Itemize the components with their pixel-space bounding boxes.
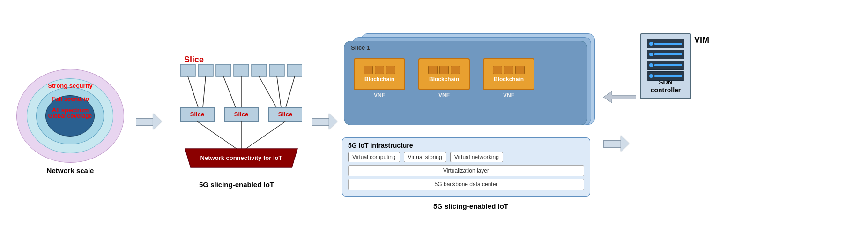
right-panels-row: Slice 3 Slice 2 Slice 1 (342, 33, 709, 210)
network-scale-title: Network scale (47, 167, 94, 175)
vnf-label-1: VNF (374, 92, 385, 99)
back-arrow-svg (603, 91, 636, 103)
arrow3-container (603, 91, 636, 152)
arrow1 (136, 114, 162, 129)
server-dot-3 (649, 63, 653, 67)
ellipse-container: Global coverage Strong security Full sce… (16, 69, 124, 163)
svg-rect-2 (216, 64, 231, 76)
global-coverage-label: Global coverage (48, 113, 92, 119)
strong-security-label: Strong security (48, 82, 92, 89)
iot-virtualization-bar: Virtualization layer (348, 165, 584, 176)
blockchain-block-1: Blockchain VNF (354, 58, 405, 99)
blockchain-label-2: Blockchain (429, 76, 459, 83)
server-unit-1 (647, 39, 684, 48)
arrow1-shape (136, 114, 162, 129)
blockchain-label-1: Blockchain (364, 76, 394, 83)
svg-text:Network connectivity for IoT: Network connectivity for IoT (200, 154, 282, 161)
svg-line-13 (286, 76, 295, 107)
server-bar-4 (654, 75, 682, 77)
sdn-vim-group: SDNcontroller VIM (640, 33, 709, 99)
svg-rect-5 (269, 64, 284, 76)
vnf-label-2: VNF (438, 92, 450, 99)
bc-mini-2 (375, 66, 384, 74)
bc-mini-3 (386, 66, 395, 74)
svg-rect-0 (180, 64, 195, 76)
all-spectrum-label: All spectrum (52, 106, 89, 114)
network-scale-section: Global coverage Strong security Full sce… (9, 69, 131, 175)
iot-infra-chips-row: Virtual computing Virtual storing Virtua… (348, 152, 584, 162)
svg-text:Slice: Slice (278, 111, 292, 118)
blockchain-block-3: Blockchain VNF (483, 58, 534, 99)
svg-line-20 (197, 122, 237, 149)
arrow2-shape (312, 114, 337, 129)
forward-arrow-container (603, 136, 636, 152)
svg-text:Slice: Slice (234, 111, 248, 118)
right-main-section: Slice 3 Slice 2 Slice 1 (342, 33, 709, 210)
svg-rect-3 (234, 64, 249, 76)
svg-marker-25 (603, 91, 636, 103)
bc-mini-6 (451, 66, 460, 74)
svg-rect-6 (287, 64, 302, 76)
svg-rect-1 (198, 64, 213, 76)
iot-infra-card: 5G IoT infrastructure Virtual computing … (342, 137, 590, 197)
iot-backbone-bar: 5G backbone data center (348, 179, 584, 190)
bc-mini-9 (515, 66, 525, 74)
server-bar-3 (654, 64, 682, 66)
bc-mini-1 (364, 66, 373, 74)
svg-rect-4 (252, 64, 267, 76)
bc-mini-4 (428, 66, 438, 74)
blockchain-box-3: Blockchain (483, 58, 534, 90)
iot-chip-networking: Virtual networking (450, 152, 503, 162)
arrow2 (312, 114, 337, 129)
slice-card-1: Slice 1 (344, 41, 587, 125)
iot-chip-storing: Virtual storing (404, 152, 446, 162)
arrow3-shape (603, 136, 629, 152)
svg-text:Slice: Slice (190, 111, 204, 118)
svg-line-9 (223, 76, 236, 107)
iot-infra-title: 5G IoT infrastructure (348, 142, 584, 149)
blockchain-inner-2 (428, 66, 460, 74)
back-arrow-container (603, 91, 636, 103)
blockchain-inner-1 (364, 66, 395, 74)
bc-mini-7 (493, 66, 502, 74)
server-dot-1 (649, 42, 653, 46)
blockchain-row: Blockchain VNF (354, 58, 534, 99)
slice1-label: Slice 1 (351, 44, 370, 51)
vim-label: VIM (694, 35, 709, 45)
server-unit-3 (647, 61, 684, 70)
full-scenario-label: Full scenario (52, 95, 89, 102)
server-bar-1 (654, 43, 682, 45)
server-bar-2 (654, 53, 682, 55)
slices-infra-col: Slice 3 Slice 2 Slice 1 (342, 33, 600, 210)
iot-chip-computing: Virtual computing (348, 152, 400, 162)
bc-mini-5 (439, 66, 449, 74)
server-unit-4 (647, 71, 684, 81)
svg-line-22 (246, 122, 285, 149)
blockchain-label-3: Blockchain (494, 76, 524, 83)
server-unit-2 (647, 50, 684, 59)
blockchain-inner-3 (493, 66, 525, 74)
stacked-slices: Slice 3 Slice 2 Slice 1 (342, 33, 600, 132)
server-dot-2 (649, 53, 653, 56)
svg-line-11 (259, 76, 276, 107)
server-dot-4 (649, 74, 653, 78)
svg-line-7 (188, 76, 198, 107)
svg-line-8 (203, 76, 206, 107)
slicing-bottom-title: 5G slicing-enabled IoT (199, 181, 274, 189)
slice-svg: Slice Slice Slice Network connectivity f… (171, 55, 302, 177)
sdn-server-visual (647, 39, 684, 81)
svg-line-12 (277, 76, 281, 107)
blockchain-block-2: Blockchain VNF (418, 58, 470, 99)
sdn-section: SDNcontroller VIM (640, 33, 709, 99)
diagram-container: Global coverage Strong security Full sce… (0, 0, 868, 243)
bc-mini-8 (504, 66, 513, 74)
right-bottom-title: 5G slicing-enabled IoT (342, 202, 600, 210)
blockchain-box-1: Blockchain (354, 58, 405, 90)
blockchain-box-2: Blockchain (418, 58, 470, 90)
sdn-box: SDNcontroller (640, 33, 691, 99)
vnf-label-3: VNF (503, 92, 514, 99)
slicing-section: Slice (166, 55, 307, 189)
